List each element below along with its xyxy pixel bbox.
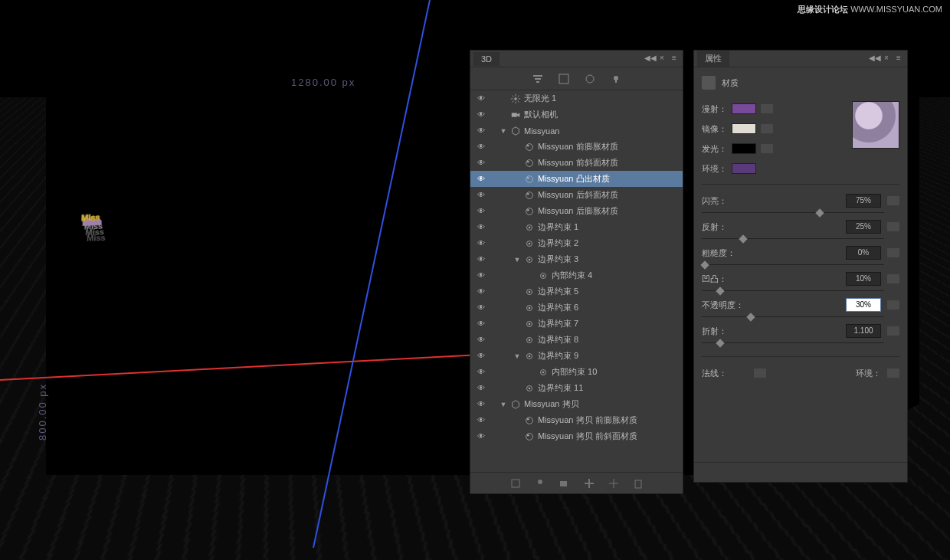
tree-row[interactable]: 👁▼Missyuan 拷贝 [470, 396, 683, 412]
tree-row[interactable]: 👁边界约束 5 [470, 283, 683, 300]
material-preview[interactable] [852, 101, 899, 149]
panel-collapse-icon[interactable]: ◀◀ [644, 54, 655, 64]
visibility-toggle-icon[interactable]: 👁 [475, 94, 487, 103]
visibility-toggle-icon[interactable]: 👁 [475, 432, 487, 440]
diffuse-texture-button[interactable] [761, 104, 773, 113]
panel-close-icon[interactable]: × [657, 54, 667, 64]
visibility-toggle-icon[interactable]: 👁 [475, 207, 487, 215]
illumination-texture-button[interactable] [761, 144, 773, 153]
tree-row[interactable]: 👁Missyuan 后斜面材质 [470, 187, 683, 203]
tree-row[interactable]: 👁▼边界约束 9 [470, 348, 683, 364]
illumination-swatch[interactable] [732, 143, 756, 154]
tree-row[interactable]: 👁Missyuan 后膨胀材质 [470, 203, 683, 219]
bump-slider[interactable] [702, 287, 899, 295]
specular-swatch[interactable] [732, 123, 756, 134]
visibility-toggle-icon[interactable]: 👁 [475, 255, 487, 264]
bump-value-input[interactable]: 10% [846, 272, 881, 286]
tree-row[interactable]: 👁边界约束 2 [470, 235, 683, 251]
opacity-value-input[interactable]: 30% [846, 298, 881, 312]
visibility-toggle-icon[interactable]: 👁 [475, 223, 487, 231]
visibility-toggle-icon[interactable]: 👁 [475, 368, 487, 376]
visibility-toggle-icon[interactable]: 👁 [475, 159, 487, 167]
panel-collapse-icon[interactable]: ◀◀ [869, 54, 880, 64]
visibility-toggle-icon[interactable]: 👁 [475, 400, 487, 408]
add-icon[interactable] [583, 477, 595, 490]
tree-row[interactable]: 👁Missyuan 拷贝 前膨胀材质 [470, 412, 683, 428]
svg-point-36 [529, 355, 531, 357]
filter-mesh-icon[interactable] [558, 73, 570, 85]
filter-light-icon[interactable] [610, 73, 622, 85]
environment-texture-button[interactable] [887, 368, 899, 378]
visibility-toggle-icon[interactable]: 👁 [475, 110, 487, 119]
delete-icon[interactable] [632, 477, 644, 490]
svg-point-26 [542, 274, 545, 277]
reflect-texture-button[interactable] [887, 222, 899, 231]
tree-row[interactable]: 👁Missyuan 拷贝 前斜面材质 [470, 428, 683, 444]
tree-row[interactable]: 👁内部约束 4 [470, 267, 683, 283]
visibility-toggle-icon[interactable]: 👁 [475, 319, 487, 328]
tree-row[interactable]: 👁Missyuan 前斜面材质 [470, 155, 683, 171]
rough-texture-button[interactable] [887, 248, 899, 257]
opacity-slider[interactable] [702, 313, 899, 321]
tree-row[interactable]: 👁边界约束 8 [470, 332, 683, 348]
tree-row[interactable]: 👁Missyuan 前膨胀材质 [470, 139, 683, 155]
visibility-toggle-icon[interactable]: 👁 [475, 142, 487, 151]
visibility-toggle-icon[interactable]: 👁 [475, 303, 487, 312]
tree-row[interactable]: 👁默认相机 [470, 106, 683, 123]
shine-slider[interactable] [702, 209, 899, 217]
tree-row[interactable]: 👁无限光 1 [470, 90, 683, 106]
visibility-toggle-icon[interactable]: 👁 [475, 352, 487, 360]
panel-close-icon[interactable]: × [881, 54, 892, 64]
reflect-slider[interactable] [702, 235, 899, 243]
panel-properties-header[interactable]: 属性 ◀◀ × ≡ [694, 51, 907, 67]
panel-3d-tab[interactable]: 3D [473, 52, 500, 66]
shine-value-input[interactable]: 75% [846, 194, 881, 208]
panel-properties-tab[interactable]: 属性 [697, 51, 729, 67]
visibility-toggle-icon[interactable]: 👁 [475, 336, 487, 344]
panel-menu-icon[interactable]: ≡ [893, 54, 904, 64]
tree-row[interactable]: 👁边界约束 7 [470, 316, 683, 332]
tree-row[interactable]: 👁▼Missyuan [470, 123, 683, 139]
visibility-toggle-icon[interactable]: 👁 [475, 126, 487, 135]
bump-texture-button[interactable] [887, 274, 899, 283]
visibility-toggle-icon[interactable]: 👁 [475, 287, 487, 296]
light-new-icon[interactable] [534, 477, 546, 490]
filter-material-icon[interactable] [584, 73, 596, 85]
tree-row[interactable]: 👁边界约束 11 [470, 380, 683, 396]
disclosure-icon[interactable]: ▼ [500, 127, 507, 135]
tree-row[interactable]: 👁边界约束 6 [470, 300, 683, 316]
ambient-swatch[interactable] [732, 163, 756, 174]
reflect-value-input[interactable]: 25% [846, 220, 881, 234]
normal-texture-button[interactable] [754, 368, 766, 378]
visibility-toggle-icon[interactable]: 👁 [475, 239, 487, 247]
tree-row[interactable]: 👁Missyuan 凸出材质 [470, 171, 683, 187]
refract-texture-button[interactable] [887, 326, 899, 336]
tree-row[interactable]: 👁边界约束 1 [470, 219, 683, 235]
scene-tree[interactable]: 👁无限光 1👁默认相机👁▼Missyuan👁Missyuan 前膨胀材质👁Mis… [470, 90, 683, 472]
diffuse-swatch[interactable] [732, 103, 756, 114]
render-icon[interactable] [509, 477, 522, 490]
panel-menu-icon[interactable]: ≡ [669, 54, 680, 64]
tree-row[interactable]: 👁▼边界约束 3 [470, 251, 683, 267]
visibility-toggle-icon[interactable]: 👁 [475, 175, 487, 183]
disclosure-icon[interactable]: ▼ [513, 352, 521, 360]
filter-scene-icon[interactable] [532, 73, 544, 85]
tree-row[interactable]: 👁内部约束 10 [470, 364, 683, 380]
visibility-toggle-icon[interactable]: 👁 [475, 416, 487, 424]
shine-texture-button[interactable] [887, 196, 899, 205]
visibility-toggle-icon[interactable]: 👁 [475, 271, 487, 280]
refract-value-input[interactable]: 1.100 [846, 324, 881, 338]
visibility-toggle-icon[interactable]: 👁 [475, 384, 487, 392]
camera-new-icon[interactable] [559, 477, 571, 490]
add2-icon[interactable] [608, 477, 620, 490]
disclosure-icon[interactable]: ▼ [513, 256, 521, 264]
svg-point-40 [529, 387, 531, 389]
rough-slider[interactable] [702, 261, 899, 269]
disclosure-icon[interactable]: ▼ [500, 401, 507, 408]
opacity-texture-button[interactable] [887, 300, 899, 309]
visibility-toggle-icon[interactable]: 👁 [475, 191, 487, 199]
rough-value-input[interactable]: 0% [846, 246, 881, 260]
specular-texture-button[interactable] [761, 124, 773, 133]
panel-3d-header[interactable]: 3D ◀◀ × ≡ [470, 51, 683, 67]
refract-slider[interactable] [702, 339, 899, 347]
